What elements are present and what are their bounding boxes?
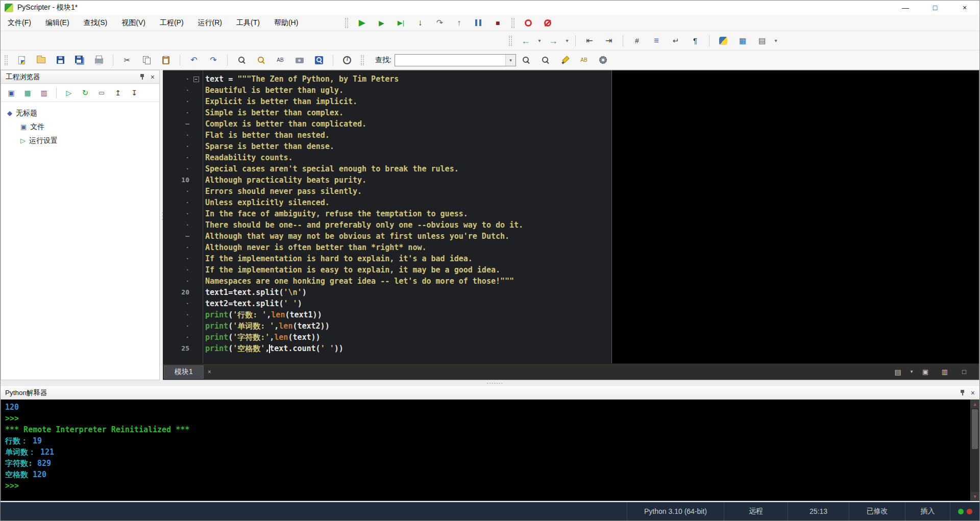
gutter-row[interactable]: · [163, 107, 203, 118]
scrollbar-track[interactable] [971, 408, 979, 492]
undock-editor-button[interactable]: ▥ [935, 364, 954, 380]
replace-button[interactable]: AB [271, 53, 290, 68]
project-collapse-all-button[interactable]: ↥ [110, 85, 126, 101]
code-line[interactable]: Beautiful is better than ugly. [205, 85, 611, 96]
code-line[interactable]: print('单词数: ',len(text2)) [205, 320, 611, 332]
code-line[interactable]: Simple is better than complex. [205, 107, 611, 118]
scroll-down-icon[interactable]: ▼ [971, 492, 979, 501]
editor-list-options-button[interactable]: ▾ [908, 364, 916, 380]
code-line[interactable]: If the implementation is hard to explain… [205, 253, 611, 264]
gutter-row[interactable]: · [163, 276, 203, 287]
menu-file[interactable]: 文件(F) [1, 15, 38, 31]
line-numbers-button[interactable]: ≡ [647, 33, 666, 48]
find-previous-button[interactable] [535, 53, 555, 68]
find-next-button[interactable] [516, 53, 535, 68]
scroll-up-icon[interactable]: ▲ [971, 400, 979, 408]
project-expand-all-button[interactable]: ↧ [126, 85, 142, 101]
pin-icon[interactable] [139, 73, 145, 80]
find-combobox[interactable]: ▾ [395, 54, 516, 66]
scrollbar-thumb[interactable] [972, 409, 978, 449]
gutter-row[interactable]: · [163, 130, 203, 141]
gutter-row[interactable]: · [163, 197, 203, 208]
navigate-back-options-button[interactable]: ▾ [535, 33, 544, 48]
layouts-button[interactable]: ▤ [752, 33, 772, 48]
project-new-button[interactable]: ▣ [3, 85, 19, 101]
close-panel-icon[interactable]: × [149, 73, 156, 81]
code-line[interactable]: Flat is better than nested. [205, 130, 611, 141]
project-refresh-button[interactable]: ↻ [77, 85, 93, 101]
open-file-button[interactable] [31, 53, 51, 68]
run-button[interactable]: ▶ [352, 15, 372, 31]
print-button[interactable] [89, 53, 109, 68]
clear-breakpoints-button[interactable] [538, 15, 557, 31]
code-line[interactable]: Special cases aren't special enough to b… [205, 163, 611, 175]
editor-secondary-pane[interactable] [611, 70, 979, 363]
maximize-button[interactable]: □ [920, 1, 950, 15]
menu-run[interactable]: 运行(R) [191, 15, 229, 31]
dedent-block-button[interactable]: ⇤ [580, 33, 599, 48]
tree-item-files[interactable]: ▣文件 [1, 120, 159, 134]
redo-button[interactable]: ↷ [204, 53, 223, 68]
new-file-button[interactable] [12, 53, 31, 68]
fold-collapse-icon[interactable]: − [193, 77, 199, 82]
combo-dropdown-icon[interactable]: ▾ [505, 55, 516, 66]
new-editor-window-button[interactable]: □ [954, 364, 974, 380]
save-button[interactable] [51, 53, 70, 68]
toolbar-grip[interactable] [361, 55, 364, 65]
match-case-button[interactable]: AB [574, 53, 594, 68]
word-wrap-button[interactable]: ↵ [666, 33, 685, 48]
code-editor[interactable]: ·−···–····10····–····20····25 text = """… [163, 70, 979, 363]
gutter-row[interactable]: ·− [163, 73, 203, 85]
navigate-forward-options-button[interactable]: ▾ [563, 33, 571, 48]
gutter-row[interactable]: · [163, 219, 203, 231]
tab-close-icon[interactable]: × [208, 368, 211, 376]
minimize-button[interactable]: — [891, 1, 920, 15]
gutter-row[interactable]: · [163, 152, 203, 163]
code-line[interactable]: Sparse is better than dense. [205, 141, 611, 152]
cut-button[interactable]: ✂ [117, 53, 137, 68]
menu-edit[interactable]: 编辑(E) [38, 15, 77, 31]
code-browser-button[interactable]: ▦ [733, 33, 752, 48]
horizontal-splitter[interactable] [1, 380, 979, 386]
info-button[interactable] [337, 53, 357, 68]
python-engine-button[interactable] [714, 33, 733, 48]
tree-item-run-settings[interactable]: ▷运行设置 [1, 134, 159, 147]
debug-button[interactable]: ▶ [372, 15, 391, 31]
gutter-row[interactable]: · [163, 253, 203, 264]
find-in-files-button[interactable] [290, 53, 309, 68]
toolbar-grip[interactable] [5, 55, 8, 65]
step-out-button[interactable]: ↑ [449, 15, 469, 31]
code-line[interactable]: Although that way may not be obvious at … [205, 231, 611, 242]
editor-tab[interactable]: 模块1 [164, 365, 204, 379]
gutter-row[interactable]: · [163, 264, 203, 276]
gutter-row[interactable]: – [163, 231, 203, 242]
undo-button[interactable]: ↶ [184, 53, 204, 68]
python-console[interactable]: 120>>>*** Remote Interpreter Reinitializ… [1, 400, 979, 501]
code-line[interactable]: print('字符数:',len(text)) [205, 332, 611, 343]
code-line[interactable]: Explicit is better than implicit. [205, 96, 611, 107]
toggle-breakpoint-button[interactable] [519, 15, 538, 31]
code-line[interactable]: Unless explicitly silenced. [205, 197, 611, 208]
gutter-row[interactable]: · [163, 163, 203, 175]
gutter-row[interactable]: · [163, 141, 203, 152]
tree-item-untitled-project[interactable]: ◆无标题 [1, 106, 159, 120]
code-area[interactable]: text = """The Zen of Python, by Tim Pete… [203, 70, 611, 363]
code-line[interactable]: Readability counts. [205, 152, 611, 163]
code-line[interactable]: Complex is better than complicated. [205, 118, 611, 130]
navigate-back-button[interactable]: ← [516, 33, 535, 48]
run-to-cursor-button[interactable]: ↓ [410, 15, 430, 31]
code-line[interactable]: Although never is often better than *rig… [205, 242, 611, 253]
indent-block-button[interactable]: ⇥ [599, 33, 619, 48]
search-options-button[interactable] [594, 53, 613, 68]
code-line[interactable]: print('行数: ',len(text1)) [205, 309, 611, 320]
gutter-row[interactable]: · [163, 332, 203, 343]
gutter-row[interactable]: · [163, 85, 203, 96]
code-line[interactable]: If the implementation is easy to explain… [205, 264, 611, 276]
gutter-row[interactable]: · [163, 96, 203, 107]
code-line[interactable]: Errors should never pass silently. [205, 186, 611, 197]
code-line[interactable]: text1=text.split('\n') [205, 287, 611, 298]
gutter-row[interactable]: · [163, 320, 203, 332]
close-panel-icon[interactable]: × [969, 389, 976, 396]
vertical-splitter[interactable] [160, 70, 163, 380]
pin-icon[interactable] [960, 389, 965, 396]
